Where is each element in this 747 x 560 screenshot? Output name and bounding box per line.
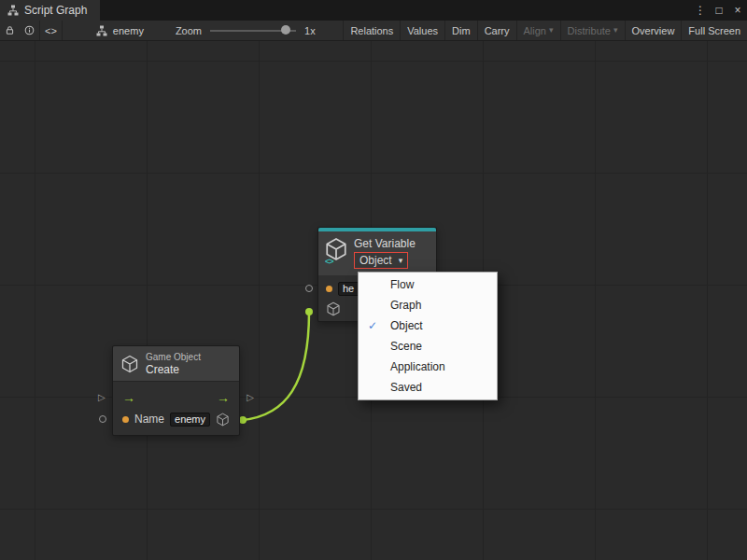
info-icon (24, 25, 35, 35)
code-view-button[interactable]: <> (40, 21, 62, 40)
flow-arrow-icon: → (217, 391, 230, 404)
overview-button[interactable]: Overview (625, 21, 682, 40)
variable-cube-icon: <> (324, 237, 348, 265)
code-tag-icon: <> (325, 257, 333, 266)
window-controls: ⋮ □ × (691, 0, 747, 21)
game-object-output-port[interactable] (216, 413, 230, 427)
zoom-slider[interactable] (210, 21, 296, 40)
dropdown-item-graph[interactable]: Graph (359, 295, 497, 315)
values-button[interactable]: Values (400, 21, 444, 40)
create-node-header: Game Object Create (113, 346, 239, 382)
tab-label: Script Graph (24, 4, 87, 17)
value-dot-icon (326, 286, 332, 292)
caret-down-icon: ▾ (613, 26, 618, 35)
graph-icon (96, 25, 107, 36)
toolbar-separator (62, 21, 63, 40)
name-input-port[interactable] (99, 415, 106, 423)
kind-dropdown-menu: Flow Graph ✓ Object Scene Application Sa… (358, 272, 498, 400)
caret-down-icon: ▾ (549, 26, 554, 35)
distribute-label: Distribute (568, 25, 611, 36)
wire-start-dot (239, 416, 247, 424)
dropdown-item-application[interactable]: Application (359, 357, 497, 377)
script-graph-icon (7, 5, 19, 16)
lock-button[interactable] (0, 21, 20, 40)
variable-kind-dropdown[interactable]: Object ▾ (354, 252, 408, 269)
variable-kind-value: Object (359, 254, 392, 267)
name-field[interactable]: enemy (170, 413, 210, 427)
name-label: Name (134, 413, 164, 426)
node-subtitle: Game Object (146, 352, 201, 363)
dropdown-item-scene[interactable]: Scene (359, 336, 497, 357)
get-variable-texts: Get Variable Object ▾ (354, 237, 416, 269)
align-label: Align (524, 25, 546, 36)
dropdown-item-label: Flow (390, 278, 414, 291)
dropdown-item-saved[interactable]: Saved (359, 377, 497, 398)
game-object-cube-icon (120, 355, 139, 373)
align-button[interactable]: Align ▾ (516, 21, 560, 40)
zoom-value: 1x (304, 25, 316, 36)
dim-button[interactable]: Dim (444, 21, 477, 40)
flow-arrow-icon: → (122, 391, 135, 404)
dropdown-item-label: Graph (390, 299, 421, 312)
toolbar-buttons: Relations Values Dim Carry Align ▾ Distr… (343, 21, 747, 40)
dropdown-item-label: Object (390, 319, 423, 332)
lock-icon (5, 25, 15, 35)
zoom-label: Zoom (176, 25, 202, 36)
close-icon[interactable]: × (728, 0, 747, 21)
node-title: Get Variable (354, 237, 416, 250)
script-graph-window: Script Graph ⋮ □ × <> en (0, 0, 747, 560)
get-variable-header: <> Get Variable Object ▾ (318, 231, 436, 275)
info-button[interactable] (20, 21, 39, 40)
zoom-slider-handle[interactable] (281, 25, 290, 35)
full-screen-button[interactable]: Full Screen (681, 21, 747, 40)
flow-row: ▷ → → ▷ (113, 387, 239, 408)
value-dot-icon (122, 416, 129, 423)
dropdown-item-flow[interactable]: Flow (359, 274, 497, 295)
zoom-control: Zoom 1x (176, 21, 316, 40)
node-title: Create (146, 363, 201, 376)
title-bar: Script Graph ⋮ □ × (0, 0, 747, 21)
value-input-port[interactable] (305, 285, 313, 292)
graph-name: enemy (113, 25, 144, 36)
flow-input-port[interactable]: ▷ (98, 393, 106, 402)
create-node-titles: Game Object Create (146, 352, 201, 376)
tab-script-graph[interactable]: Script Graph (0, 0, 100, 21)
graph-reference[interactable]: enemy (96, 21, 144, 40)
object-cube-icon (326, 301, 341, 316)
dropdown-item-label: Application (390, 360, 445, 373)
wire-end-dot (305, 308, 313, 315)
create-node-body: ▷ → → ▷ Name enemy (113, 382, 239, 435)
dropdown-item-label: Scene (390, 340, 422, 353)
maximize-icon[interactable]: □ (710, 0, 728, 21)
carry-button[interactable]: Carry (477, 21, 516, 40)
caret-down-icon: ▾ (399, 257, 403, 265)
graph-canvas[interactable]: <> Get Variable Object ▾ he (0, 41, 747, 560)
relations-button[interactable]: Relations (343, 21, 400, 40)
distribute-button[interactable]: Distribute ▾ (560, 21, 625, 40)
dropdown-item-object[interactable]: ✓ Object (359, 315, 497, 336)
create-game-object-node[interactable]: Game Object Create ▷ → → ▷ Name enemy (112, 345, 240, 436)
name-row: Name enemy (113, 409, 239, 429)
checkmark-icon: ✓ (368, 315, 377, 336)
flow-output-port[interactable]: ▷ (247, 393, 254, 402)
kebab-menu-icon[interactable]: ⋮ (691, 0, 710, 21)
dropdown-item-label: Saved (390, 381, 422, 394)
toolbar: <> enemy Zoom 1x Relations Values Dim Ca… (0, 21, 747, 41)
